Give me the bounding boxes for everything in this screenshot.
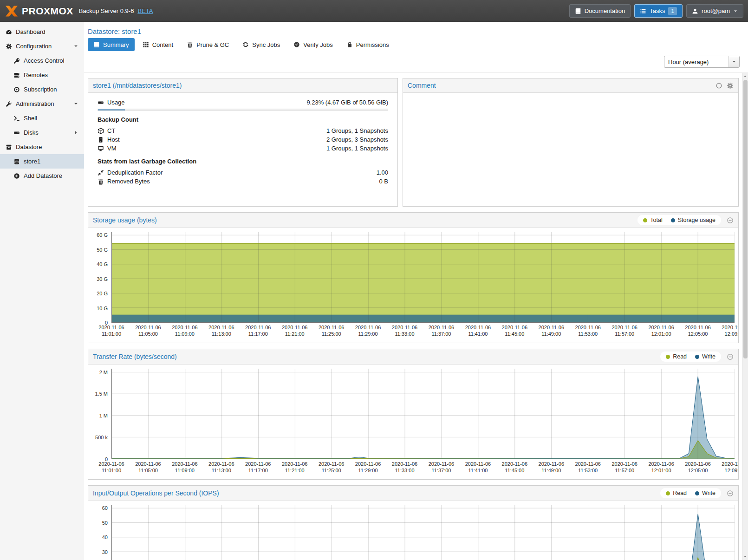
backup-count-rows: CT1 Groups, 1 SnapshotsHost2 Groups, 3 S… [98,126,388,153]
caret-down-icon[interactable] [73,101,78,106]
sidebar-item-label: Dashboard [16,28,46,35]
collapse-icon[interactable] [727,217,734,224]
plot-column: 2020-11-0611:01:002020-11-0611:05:002020… [111,505,735,560]
y-tick-label: 30 [102,549,108,555]
legend-item-total[interactable]: Total [643,217,662,223]
sidebar-item-remotes[interactable]: Remotes [0,68,84,82]
stat-label: Removed Bytes [107,178,150,185]
legend-label: Write [702,353,715,360]
tab-sync-jobs[interactable]: Sync Jobs [237,38,286,51]
x-tick-label: 2020-11-0611:41:00 [465,324,491,338]
legend-item-storage-usage[interactable]: Storage usage [671,217,715,223]
tab-summary[interactable]: Summary [88,38,135,51]
proxmox-logo: PROXMOX [5,5,73,17]
caret-down-icon[interactable] [73,44,78,49]
list-icon [640,8,646,14]
plot-column: 2020-11-0611:01:002020-11-0611:05:002020… [111,369,735,476]
tasks-button[interactable]: Tasks 1 [634,4,683,18]
legend-item-write[interactable]: Write [695,490,715,496]
sidebar-item-add-datastore[interactable]: Add Datastore [0,169,84,183]
sidebar-item-label: Disks [24,129,39,136]
tab-prune-gc[interactable]: Prune & GC [181,38,234,51]
chart-title: Storage usage (bytes) [93,216,157,224]
main-area: Datastore: store1 SummaryContentPrune & … [84,22,748,560]
legend-dot [666,491,670,495]
gear-icon[interactable] [727,82,734,89]
timeframe-select[interactable]: Hour (average) [664,56,740,68]
x-tick-label: 2020-11-0611:33:00 [392,461,417,474]
combo-trigger[interactable] [728,56,739,67]
stat-value: 1 Groups, 1 Snapshots [326,127,388,134]
scrollbar-thumb[interactable] [743,80,748,358]
comment-panel: Comment [403,78,739,207]
scroll-down-button[interactable] [742,553,748,560]
sidebar-item-label: store1 [24,158,40,165]
x-tick-label: 2020-11-0611:09:00 [172,461,197,474]
legend-dot [695,491,699,495]
sidebar-item-access-control[interactable]: Access Control [0,53,84,68]
tab-bar: SummaryContentPrune & GCSync JobsVerify … [84,37,748,55]
tachometer-icon [6,29,12,35]
collapse-icon[interactable] [727,353,734,360]
legend-item-write[interactable]: Write [695,353,715,360]
sidebar-item-dashboard[interactable]: Dashboard [0,25,84,39]
x-tick-label: 2020-11-0611:21:00 [282,324,307,338]
tab-content[interactable]: Content [137,38,179,51]
comment-panel-title: Comment [408,82,436,89]
plot-area [111,369,735,459]
user-label: root@pam [702,7,730,14]
collapse-icon[interactable] [727,490,734,497]
summary-panel-title: store1 (/mnt/datastores/store1) [93,82,182,89]
x-tick-label: 2020-11-0611:53:00 [575,324,601,338]
scroll-up-button[interactable] [742,73,748,79]
sidebar-item-administration[interactable]: Administration [0,97,84,111]
user-menu-button[interactable]: root@pam [686,4,743,18]
sidebar-item-store1[interactable]: store1 [0,154,84,169]
y-tick-label: 60 G [97,232,108,238]
stat-row-ct: CT1 Groups, 1 Snapshots [98,126,388,135]
caret-down-icon [732,59,736,64]
documentation-button[interactable]: Documentation [569,4,631,18]
x-tick-label: 2020-11-0611:37:00 [429,461,454,474]
cube-icon [98,128,104,134]
comment-panel-tools [715,82,734,89]
iops-chart-panel: Input/Output Operations per Second (IOPS… [88,485,739,560]
sidebar-item-configuration[interactable]: Configuration [0,39,84,53]
legend-dot [695,355,699,359]
vertical-scrollbar[interactable] [742,73,748,560]
y-tick-label: 60 [102,505,108,511]
legend-label: Read [673,490,687,496]
caret-right-icon[interactable] [73,130,78,135]
tab-label: Verify Jobs [303,41,333,48]
usage-row: Usage 9.23% (4.67 GiB of 50.56 GiB) [98,99,388,106]
tab-verify-jobs[interactable]: Verify Jobs [288,38,338,51]
tab-permissions[interactable]: Permissions [341,38,395,51]
x-tick-label: 2020-11-0611:17:00 [245,324,271,338]
host-icon [98,137,104,143]
sidebar-item-label: Subscription [24,86,57,93]
summary-panel-header: store1 (/mnt/datastores/store1) [88,78,397,93]
x-tick-label: 2020-11-0612:05:00 [685,324,710,338]
sidebar-item-subscription[interactable]: Subscription [0,82,84,97]
beta-link[interactable]: BETA [137,7,153,14]
hdd-icon [13,130,20,136]
documentation-label: Documentation [585,7,625,14]
x-tick-label: 2020-11-0611:29:00 [355,324,381,338]
tasks-badge: 1 [668,7,677,15]
stat-row-vm: VM1 Groups, 1 Snapshots [98,144,388,153]
y-tick-label: 30 G [97,276,108,282]
sidebar-item-datastore[interactable]: Datastore [0,140,84,154]
sidebar-item-shell[interactable]: Shell [0,111,84,125]
page-title: Datastore: store1 [88,27,141,35]
product-version: Backup Server 0.9-6 [79,7,134,14]
y-axis: 60 G50 G40 G30 G20 G10 G0 [90,232,111,323]
x-tick-label: 2020-11-0611:01:00 [98,324,124,338]
sidebar-item-disks[interactable]: Disks [0,125,84,140]
legend-item-read[interactable]: Read [666,353,687,360]
x-tick-label: 2020-11-0611:33:00 [392,324,417,338]
archive-icon [6,144,12,150]
legend-label: Read [673,353,687,360]
timeframe-value: Hour (average) [664,59,709,65]
circle-icon[interactable] [715,82,722,89]
legend-item-read[interactable]: Read [666,490,687,496]
